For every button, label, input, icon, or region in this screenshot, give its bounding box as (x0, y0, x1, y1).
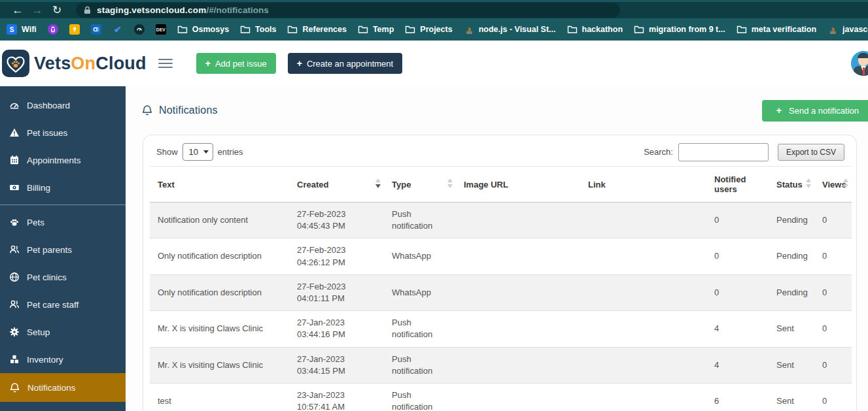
url-host: staging.vetsoncloud.com (97, 5, 206, 15)
search-and-export: Search: Export to CSV (644, 143, 844, 161)
sidebar-item-dashboard[interactable]: Dashboard (0, 91, 126, 119)
export-csv-button[interactable]: Export to CSV (778, 144, 844, 161)
reload-icon[interactable]: ↻ (47, 5, 67, 16)
cell-views: 0 (814, 347, 852, 383)
users-icon (9, 299, 20, 310)
forward-icon[interactable]: → (27, 5, 47, 16)
url-path: /#/notifications (206, 5, 268, 15)
cell-created: 27-Feb-2023 04:45:43 PM (289, 203, 384, 238)
send-notification-button[interactable]: + Send a notification (762, 100, 868, 122)
cell-notified-users: 4 (706, 311, 769, 347)
warning-icon (9, 127, 20, 138)
cell-created: 27-Feb-2023 04:26:12 PM (289, 238, 384, 274)
sidebar-item-pet-parents[interactable]: Pet parents (0, 236, 126, 263)
add-pet-issue-button[interactable]: + Add pet issue (196, 53, 276, 74)
bookmark-item[interactable]: DEV (156, 24, 166, 35)
column-header-link[interactable]: Link (580, 167, 706, 203)
sidebar-item-setup[interactable]: Setup (0, 318, 126, 346)
sidebar-item-pet-clinics[interactable]: Pet clinics (0, 263, 126, 291)
sidebar-item-appointments[interactable]: Appointments (0, 146, 126, 174)
cell-text: Notification only content (150, 203, 289, 238)
cell-link (580, 383, 706, 411)
page-title-bar: Notifications + Send a notification (126, 86, 868, 135)
column-header-text[interactable]: Text (150, 167, 289, 203)
sort-asc-icon (806, 178, 811, 182)
app-header: VetsOnCloud + Add pet issue + Create an … (0, 41, 868, 86)
bookmark-item[interactable]: migration from 9 t... (634, 24, 725, 35)
user-avatar[interactable] (851, 51, 868, 76)
bookmark-item[interactable]: SWifi (7, 24, 37, 35)
sidebar-item-notifications[interactable]: Notifications (0, 373, 126, 402)
bookmark-item[interactable] (91, 24, 101, 35)
plus-icon: + (205, 58, 211, 69)
folder-icon (358, 24, 368, 35)
back-icon[interactable]: ← (8, 5, 27, 16)
cell-views: 0 (814, 238, 852, 274)
column-header-type[interactable]: Type (384, 167, 456, 203)
cell-image-url (456, 347, 580, 383)
address-bar[interactable]: staging.vetsoncloud.com/#/notifications (76, 3, 620, 18)
cell-link (580, 311, 706, 347)
bookmark-item[interactable]: Projects (405, 24, 452, 35)
cell-text: Mr. X is visiting Claws Clinic (150, 311, 289, 347)
bell-icon (9, 382, 20, 393)
folder-icon (405, 24, 415, 35)
cell-views: 0 (814, 274, 852, 310)
sort-asc-icon (447, 178, 453, 182)
sort-icons (843, 178, 848, 188)
cell-notified-users: 6 (706, 383, 769, 411)
sidebar-item-inventory[interactable]: Inventory (0, 346, 126, 373)
bookmark-item[interactable] (69, 24, 80, 35)
bookmark-item[interactable]: meta verification (737, 24, 816, 35)
cell-notified-users: 0 (706, 238, 769, 274)
bookmark-item[interactable] (134, 24, 145, 35)
bookmark-item[interactable]: node.js - Visual St... (464, 24, 556, 35)
bookmark-item[interactable]: Osmosys (177, 24, 229, 35)
bookmark-item[interactable]: ✔ (113, 24, 123, 35)
cell-text: Only notification description (150, 274, 289, 310)
cubes-icon (9, 354, 20, 365)
column-header-created[interactable]: Created (289, 167, 384, 203)
bookmark-item[interactable] (48, 24, 58, 35)
cell-text: Only notification description (150, 238, 289, 274)
cell-created: 27-Jan-2023 03:44:15 PM (289, 347, 384, 383)
sort-desc-icon (806, 184, 811, 188)
bookmark-item[interactable]: javascript - An (827, 24, 868, 35)
brand-logo[interactable]: VetsOnCloud (0, 49, 147, 78)
folder-icon (287, 24, 298, 35)
calendar-icon (9, 155, 20, 165)
bookmark-item[interactable]: References (287, 24, 346, 35)
cell-image-url (456, 274, 580, 310)
sort-desc-icon (375, 184, 381, 188)
cell-type: Push notification (384, 347, 456, 383)
table-row: Notification only content 27-Feb-2023 04… (150, 203, 852, 238)
sidebar-item-pet-issues[interactable]: Pet issues (0, 119, 126, 146)
column-header-status[interactable]: Status (769, 167, 814, 203)
browser-chrome: ← → ↻ staging.vetsoncloud.com/#/notifica… (0, 0, 868, 41)
bookmark-item[interactable]: Temp (358, 24, 394, 35)
column-header-image-url[interactable]: Image URL (456, 167, 580, 203)
column-header-notified-users[interactable]: Notified users (706, 167, 769, 203)
users-icon (9, 244, 20, 255)
bookmark-item[interactable]: Tools (240, 24, 276, 35)
bookmark-item[interactable]: hackathon (567, 24, 623, 35)
cell-link (580, 274, 706, 310)
folder-icon (177, 24, 188, 35)
cell-type: Push notification (384, 203, 456, 238)
dev-favicon: DEV (156, 24, 166, 35)
sidebar-item-billing[interactable]: Billing (0, 174, 126, 201)
cell-type: WhatsApp (384, 238, 456, 274)
stackoverflow-favicon (464, 24, 474, 35)
notifications-card: Show 10 entries Search: Export to CSV (143, 135, 857, 411)
keep-favicon (69, 24, 80, 35)
udemy-favicon (48, 24, 58, 35)
cell-image-url (456, 203, 580, 238)
column-header-views[interactable]: Views (814, 167, 852, 203)
create-appointment-button[interactable]: + Create an appointment (288, 53, 402, 74)
sidebar-divider (0, 205, 126, 205)
sidebar-item-pets[interactable]: Pets (0, 208, 126, 236)
page-size-select[interactable]: 10 (182, 143, 213, 161)
sidebar-item-pet-care-staff[interactable]: Pet care staff (0, 291, 126, 318)
hamburger-menu-icon[interactable] (158, 56, 173, 71)
search-input[interactable] (678, 143, 769, 161)
